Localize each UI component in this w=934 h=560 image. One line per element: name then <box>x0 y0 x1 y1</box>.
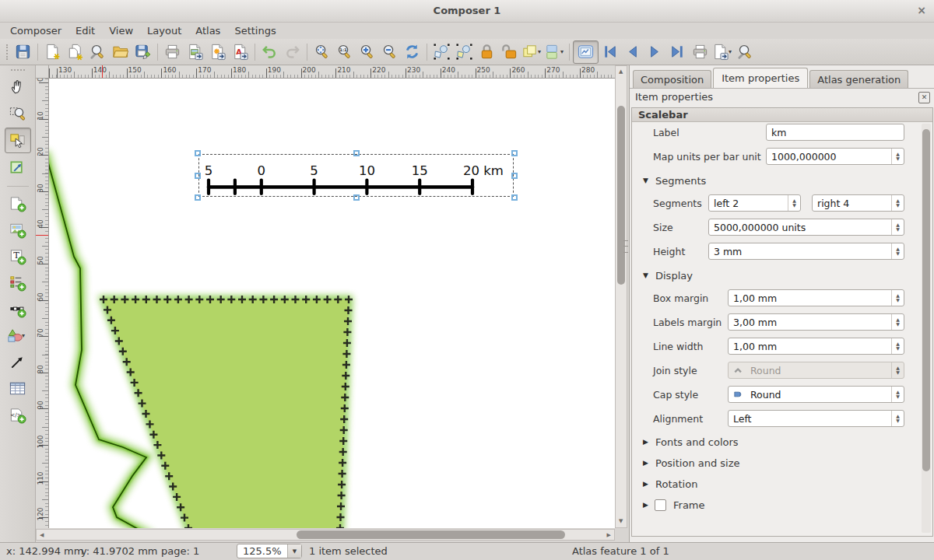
export-atlas-button[interactable]: ▾ <box>711 41 734 63</box>
panel-close-icon[interactable]: ✕ <box>918 92 930 103</box>
selection-handle[interactable] <box>511 194 518 201</box>
add-new-legend-button[interactable] <box>5 271 30 295</box>
dropdown-caret-icon[interactable]: ▾ <box>729 48 734 55</box>
dropdown-caret-icon[interactable]: ▾ <box>538 48 543 55</box>
horizontal-scrollbar[interactable]: ◀ ▶ <box>36 529 615 541</box>
selection-handle[interactable] <box>511 150 518 156</box>
pan-button[interactable] <box>5 75 30 99</box>
composition-page[interactable]: 505101520 km <box>49 79 615 528</box>
tab-atlas-generation[interactable]: Atlas generation <box>809 70 908 88</box>
spin-arrows-icon[interactable]: ▲▼ <box>891 219 904 235</box>
label-input[interactable]: km <box>766 124 904 141</box>
tab-composition[interactable]: Composition <box>633 70 711 88</box>
zoom-level-combo[interactable]: 125.5% ▼ <box>237 544 302 558</box>
panel-scrollbar-thumb[interactable] <box>922 129 930 471</box>
open-button[interactable] <box>109 41 132 63</box>
atlas-next-button[interactable] <box>644 41 666 63</box>
chevron-down-icon[interactable]: ▼ <box>643 271 654 279</box>
spin-arrows-icon[interactable]: ▲▼ <box>891 314 904 330</box>
add-image-button[interactable] <box>5 218 30 242</box>
spin-arrows-icon[interactable]: ▲▼ <box>891 243 904 259</box>
scroll-up-icon[interactable]: ▲ <box>619 69 623 75</box>
atlas-preview-button[interactable] <box>573 40 599 64</box>
atlas-prev-button[interactable] <box>621 41 644 63</box>
select-move-item-button[interactable] <box>5 128 31 153</box>
undo-button[interactable] <box>258 41 281 63</box>
lock-items-button[interactable] <box>476 41 498 63</box>
spin-arrows-icon[interactable]: ▲▼ <box>891 149 904 164</box>
raise-items-button[interactable]: ▾ <box>543 41 566 63</box>
spin-arrows-icon[interactable]: ▲▼ <box>891 387 904 402</box>
cap-style-input[interactable]: Round▲▼ <box>728 386 904 403</box>
menu-edit[interactable]: Edit <box>68 23 102 38</box>
refresh-view-button[interactable] <box>401 41 423 63</box>
move-item-content-button[interactable] <box>5 156 30 180</box>
scroll-down-icon[interactable]: ▼ <box>619 519 623 524</box>
menu-atlas[interactable]: Atlas <box>188 23 227 38</box>
duplicate-composition-button[interactable] <box>64 41 86 63</box>
save-as-template-button[interactable] <box>132 41 154 63</box>
labels-margin-input[interactable]: 3,00 mm▲▼ <box>728 313 904 331</box>
frame-checkbox[interactable] <box>655 499 666 511</box>
menu-composer[interactable]: Composer <box>3 23 68 38</box>
zoom-out-button[interactable] <box>378 41 401 63</box>
unlock-items-button[interactable] <box>498 41 521 63</box>
chevron-down-icon[interactable]: ▼ <box>643 177 654 184</box>
selection-handle[interactable] <box>195 194 201 201</box>
vertical-scrollbar[interactable]: ▲ ▼ <box>615 65 627 528</box>
zoom-in-button[interactable] <box>356 41 378 63</box>
section-fonts-and-colors[interactable]: ▶Fonts and colors <box>643 436 920 447</box>
add-new-label-button[interactable]: T <box>5 244 30 268</box>
tab-item-properties[interactable]: Item properties <box>713 68 808 88</box>
section-frame[interactable]: ▶Frame <box>643 499 920 510</box>
select-items-button[interactable] <box>430 41 453 63</box>
chevron-right-icon[interactable]: ▶ <box>643 501 654 509</box>
composer-manager-button[interactable] <box>86 41 109 63</box>
selection-handle[interactable] <box>195 173 201 179</box>
scroll-right-icon[interactable]: ▶ <box>607 533 611 538</box>
box-margin-input[interactable]: 1,00 mm▲▼ <box>728 289 904 306</box>
deselect-items-button[interactable] <box>453 41 476 63</box>
panel-scrollbar[interactable] <box>922 124 931 533</box>
spin-arrows-icon[interactable]: ▲▼ <box>891 195 904 211</box>
add-arrow-button[interactable] <box>5 350 30 374</box>
map-units-per-bar-unit-input[interactable]: 1000,000000▲▼ <box>766 148 904 165</box>
chevron-right-icon[interactable]: ▶ <box>643 438 654 446</box>
export-svg-button[interactable] <box>206 41 229 63</box>
print-button[interactable] <box>161 41 184 63</box>
zoom-full-button[interactable] <box>311 41 333 63</box>
chevron-right-icon[interactable]: ▶ <box>643 459 654 467</box>
chevron-right-icon[interactable]: ▶ <box>643 480 654 488</box>
section-segments[interactable]: ▼Segments <box>643 174 920 187</box>
map-item[interactable] <box>49 79 615 528</box>
add-attribute-table-button[interactable] <box>5 376 30 401</box>
size-input[interactable]: 5000,000000 units▲▼ <box>708 219 904 236</box>
selection-handle[interactable] <box>353 194 360 201</box>
spin-arrows-icon[interactable]: ▲▼ <box>891 362 904 378</box>
section-position-and-size[interactable]: ▶Position and size <box>643 457 920 468</box>
segments-left-input[interactable]: left 2▲▼ <box>708 194 801 212</box>
atlas-settings-button[interactable] <box>734 41 757 63</box>
scalebar-item[interactable]: 505101520 km <box>198 154 514 197</box>
add-basic-shape-button[interactable]: ▾ <box>5 324 30 348</box>
new-composition-button[interactable] <box>41 41 64 63</box>
zoom-combo-dropdown-icon[interactable]: ▼ <box>287 544 301 558</box>
titlebar[interactable]: Composer 1 × <box>0 0 934 23</box>
selection-handle[interactable] <box>511 173 518 179</box>
menu-layout[interactable]: Layout <box>140 23 188 38</box>
selection-handle[interactable] <box>353 150 360 156</box>
zoom-region-button[interactable] <box>5 101 30 125</box>
horizontal-scrollbar-thumb[interactable] <box>297 530 565 539</box>
spin-arrows-icon[interactable]: ▲▼ <box>788 195 800 211</box>
atlas-last-button[interactable] <box>666 41 689 63</box>
print-atlas-button[interactable] <box>689 41 711 63</box>
segments-right-input[interactable]: right 4▲▼ <box>812 194 904 212</box>
alignment-input[interactable]: Left▲▼ <box>728 410 904 427</box>
window-close-icon[interactable]: × <box>917 0 926 21</box>
scroll-left-icon[interactable]: ◀ <box>40 533 44 538</box>
vertical-scrollbar-thumb[interactable] <box>617 106 625 285</box>
add-new-map-button[interactable] <box>5 191 30 215</box>
export-pdf-button[interactable]: A <box>229 41 251 63</box>
spin-arrows-icon[interactable]: ▲▼ <box>891 338 904 354</box>
save-button[interactable] <box>12 41 34 63</box>
